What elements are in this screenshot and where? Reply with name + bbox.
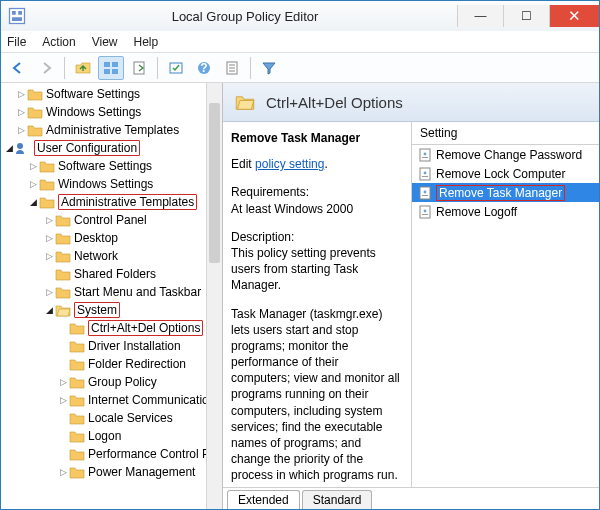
- menu-help[interactable]: Help: [134, 35, 159, 49]
- window-title: Local Group Policy Editor: [33, 9, 457, 24]
- requirements-value: At least Windows 2000: [231, 201, 401, 217]
- description-text-2: Task Manager (taskmgr.exe) lets users st…: [231, 306, 401, 484]
- folder-icon: [69, 429, 85, 443]
- svg-rect-25: [422, 195, 428, 196]
- folder-icon: [69, 375, 85, 389]
- folder-icon: [27, 123, 43, 137]
- help-button[interactable]: ?: [191, 56, 217, 80]
- tree-item[interactable]: Administrative Templates: [46, 123, 179, 137]
- settings-list-panel: Setting Remove Change Password Remove Lo…: [411, 122, 599, 487]
- svg-point-21: [424, 171, 427, 174]
- folder-icon: [27, 87, 43, 101]
- up-button[interactable]: [70, 56, 96, 80]
- tab-extended[interactable]: Extended: [227, 490, 300, 509]
- detail-tabs: Extended Standard: [223, 487, 599, 509]
- description-text-1: This policy setting prevents users from …: [231, 245, 401, 294]
- tree-item[interactable]: Start Menu and Taskbar: [74, 285, 201, 299]
- tree-item[interactable]: Performance Control Pa: [88, 447, 217, 461]
- filter-button[interactable]: [256, 56, 282, 80]
- svg-rect-1: [12, 11, 16, 15]
- tree-admin-templates[interactable]: Administrative Templates: [58, 194, 197, 210]
- properties-button[interactable]: [219, 56, 245, 80]
- svg-point-18: [424, 152, 427, 155]
- description-label: Description:: [231, 229, 401, 245]
- setting-row[interactable]: Remove Logoff: [412, 202, 599, 221]
- tree-item[interactable]: Power Management: [88, 465, 195, 479]
- detail-description-panel: Remove Task Manager Edit policy setting.…: [223, 122, 411, 487]
- refresh-button[interactable]: [163, 56, 189, 80]
- detail-header: Ctrl+Alt+Del Options: [223, 83, 599, 122]
- back-button[interactable]: [5, 56, 31, 80]
- folder-open-icon: [55, 303, 71, 317]
- app-icon: [7, 6, 27, 26]
- tree-item[interactable]: Network: [74, 249, 118, 263]
- svg-rect-19: [422, 157, 428, 158]
- titlebar: Local Group Policy Editor — ☐ ✕: [1, 1, 599, 31]
- tree-ctrlaltdel[interactable]: Ctrl+Alt+Del Options: [88, 320, 203, 336]
- settings-column-header[interactable]: Setting: [412, 122, 599, 145]
- maximize-button[interactable]: ☐: [503, 5, 549, 27]
- tree-item[interactable]: Shared Folders: [74, 267, 156, 281]
- tree-panel[interactable]: ▷Software Settings ▷Windows Settings ▷Ad…: [1, 83, 223, 509]
- menu-view[interactable]: View: [92, 35, 118, 49]
- list-view-button[interactable]: [98, 56, 124, 80]
- edit-label: Edit: [231, 157, 252, 171]
- folder-icon: [39, 159, 55, 173]
- detail-title: Ctrl+Alt+Del Options: [266, 94, 403, 111]
- svg-rect-4: [104, 62, 110, 67]
- tree-item[interactable]: Windows Settings: [46, 105, 141, 119]
- tree-scrollbar[interactable]: [206, 83, 222, 509]
- tree-item[interactable]: Software Settings: [58, 159, 152, 173]
- tree-item[interactable]: Locale Services: [88, 411, 173, 425]
- folder-icon: [55, 285, 71, 299]
- setting-row[interactable]: Remove Change Password: [412, 145, 599, 164]
- svg-point-27: [424, 209, 427, 212]
- minimize-button[interactable]: —: [457, 5, 503, 27]
- folder-icon: [55, 231, 71, 245]
- tree-item[interactable]: Group Policy: [88, 375, 157, 389]
- menu-action[interactable]: Action: [42, 35, 75, 49]
- tree-user-configuration[interactable]: User Configuration: [34, 140, 140, 156]
- forward-button[interactable]: [33, 56, 59, 80]
- policy-icon: [418, 186, 432, 200]
- setting-label: Remove Lock Computer: [436, 167, 565, 181]
- tree-item[interactable]: Logon: [88, 429, 121, 443]
- tree-item[interactable]: Desktop: [74, 231, 118, 245]
- tree-item[interactable]: Driver Installation: [88, 339, 181, 353]
- tab-standard[interactable]: Standard: [302, 490, 373, 509]
- folder-icon: [69, 393, 85, 407]
- svg-rect-3: [12, 17, 22, 21]
- tree-item[interactable]: Windows Settings: [58, 177, 153, 191]
- svg-point-24: [424, 190, 427, 193]
- folder-icon: [69, 447, 85, 461]
- setting-row-selected[interactable]: Remove Task Manager: [412, 183, 599, 202]
- policy-icon: [418, 205, 432, 219]
- svg-rect-2: [18, 11, 22, 15]
- folder-icon: [69, 339, 85, 353]
- tree-item[interactable]: Control Panel: [74, 213, 147, 227]
- svg-rect-28: [422, 214, 428, 215]
- policy-setting-link[interactable]: policy setting: [255, 157, 324, 171]
- user-config-icon: [15, 141, 31, 155]
- tree-item[interactable]: Folder Redirection: [88, 357, 186, 371]
- menubar: File Action View Help: [1, 31, 599, 53]
- toolbar: ?: [1, 53, 599, 83]
- setting-label: Remove Logoff: [436, 205, 517, 219]
- folder-icon: [39, 195, 55, 209]
- folder-icon: [39, 177, 55, 191]
- tree-system[interactable]: System: [74, 302, 120, 318]
- tree-item[interactable]: Internet Communication: [88, 393, 215, 407]
- menu-file[interactable]: File: [7, 35, 26, 49]
- svg-rect-6: [104, 69, 110, 74]
- close-button[interactable]: ✕: [549, 5, 599, 27]
- export-button[interactable]: [126, 56, 152, 80]
- svg-rect-22: [422, 176, 428, 177]
- setting-label: Remove Change Password: [436, 148, 582, 162]
- tree-item[interactable]: Software Settings: [46, 87, 140, 101]
- policy-name: Remove Task Manager: [231, 130, 401, 146]
- folder-icon: [55, 267, 71, 281]
- folder-icon: [69, 411, 85, 425]
- setting-row[interactable]: Remove Lock Computer: [412, 164, 599, 183]
- folder-icon: [55, 249, 71, 263]
- requirements-label: Requirements:: [231, 184, 401, 200]
